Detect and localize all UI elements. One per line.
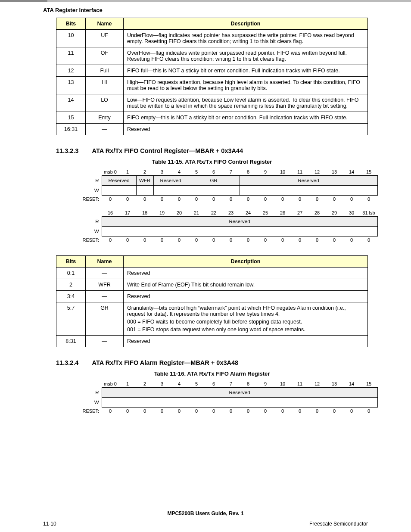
fifo-control-fields-table: Bits Name Description 0:1—Reserved 2WFRW… <box>56 255 368 347</box>
col-bits: Bits <box>56 18 86 30</box>
section-title: ATA Rx/Tx FIFO Alarm Register—MBAR + 0x3… <box>92 359 239 366</box>
page-number: 11-10 <box>43 521 56 527</box>
table-row: 3:4—Reserved <box>56 291 368 302</box>
section-heading-11-3-2-3: 11.3.2.3 ATA Rx/Tx FIFO Control Register… <box>56 147 368 154</box>
register-layout-control: msb 0123 4567 891011 12131415 R Reserved… <box>73 168 368 243</box>
top-rule <box>0 0 411 2</box>
content: Bits Name Description 10UFUnderFlow—flag… <box>0 18 411 414</box>
reset-row: RESET: 0000 0000 0000 0000 <box>73 196 377 203</box>
bit-numbers: 16171819 20212223 24252627 28293031 lsb <box>73 209 377 217</box>
col-name: Name <box>86 18 124 30</box>
table-row: 2WFRWrite End of Frame (EOF) This bit sh… <box>56 279 368 291</box>
field-reserved: Reserved <box>240 176 377 186</box>
reset-row: RESET: 0000 0000 0000 0000 <box>73 408 377 415</box>
section-title: ATA Rx/Tx FIFO Control Register—MBAR + 0… <box>92 147 243 154</box>
table-row: 13HIHigh—FIFO requests attention, becaus… <box>56 77 368 94</box>
page: ATA Register Interface Bits Name Descrip… <box>0 0 411 532</box>
table-row: 5:7 GR Granularity—bits control high “wa… <box>56 302 368 336</box>
footer-vendor: Freescale Semiconductor <box>309 521 368 527</box>
bit-numbers: msb 0123 4567 891011 12131415 <box>73 168 377 176</box>
fifo-status-table: Bits Name Description 10UFUnderFlow—flag… <box>56 18 368 135</box>
table-row: 14LOLow—FIFO requests attention, because… <box>56 94 368 112</box>
reset-row: RESET: 0000 0000 0000 0000 <box>73 236 377 244</box>
table-caption-11-15: Table 11-15. ATA Rx/Tx FIFO Control Regi… <box>56 159 368 165</box>
register-hi-word: msb 0123 4567 891011 12131415 R Reserved… <box>73 380 378 414</box>
section-heading-11-3-2-4: 11.3.2.4 ATA Rx/Tx FIFO Alarm Register—M… <box>56 359 368 366</box>
field-reserved: Reserved <box>102 176 136 186</box>
field-reserved: Reserved <box>102 388 377 398</box>
write-row: W <box>73 398 377 408</box>
read-row: R Reserved WFR Reserved GR Reserved <box>73 176 377 186</box>
col-desc: Description <box>124 256 368 268</box>
read-row: R Reserved <box>73 217 377 227</box>
table-row: 0:1—Reserved <box>56 268 368 279</box>
field-reserved: Reserved <box>153 176 188 186</box>
footer-title: MPC5200B Users Guide, Rev. 1 <box>0 510 411 516</box>
col-name: Name <box>86 256 124 268</box>
table-row: 12FullFIFO full—this is NOT a sticky bit… <box>56 65 368 77</box>
bit-numbers: msb 0123 4567 891011 12131415 <box>73 380 377 388</box>
register-hi-word: msb 0123 4567 891011 12131415 R Reserved… <box>73 168 378 202</box>
section-number: 11.3.2.3 <box>56 147 90 154</box>
field-reserved: Reserved <box>102 217 377 227</box>
field-wfr: WFR <box>136 176 153 186</box>
footer: 11-10 Freescale Semiconductor <box>43 521 368 527</box>
field-gr: GR <box>188 176 240 186</box>
col-bits: Bits <box>56 256 86 268</box>
write-row: W <box>73 227 377 236</box>
table-row: 8:31—Reserved <box>56 336 368 347</box>
write-row: W <box>73 186 377 196</box>
col-desc: Description <box>124 18 368 30</box>
table-row: 15EmtyFIFO empty—this is NOT a sticky bi… <box>56 112 368 124</box>
section-number: 11.3.2.4 <box>56 359 90 366</box>
table-row: 10UFUnderFlow—flag indicates read pointe… <box>56 30 368 47</box>
table-row: 16:31—Reserved <box>56 124 368 135</box>
running-header: ATA Register Interface <box>0 6 411 18</box>
register-lo-word: 16171819 20212223 24252627 28293031 lsb … <box>73 209 378 243</box>
read-row: R Reserved <box>73 388 377 398</box>
table-caption-11-16: Table 11-16. ATA Rx/Tx FIFO Alarm Regist… <box>56 370 368 377</box>
register-layout-alarm: msb 0123 4567 891011 12131415 R Reserved… <box>73 380 368 414</box>
table-row: 11OFOverFlow—flag indicates write pointe… <box>56 47 368 65</box>
